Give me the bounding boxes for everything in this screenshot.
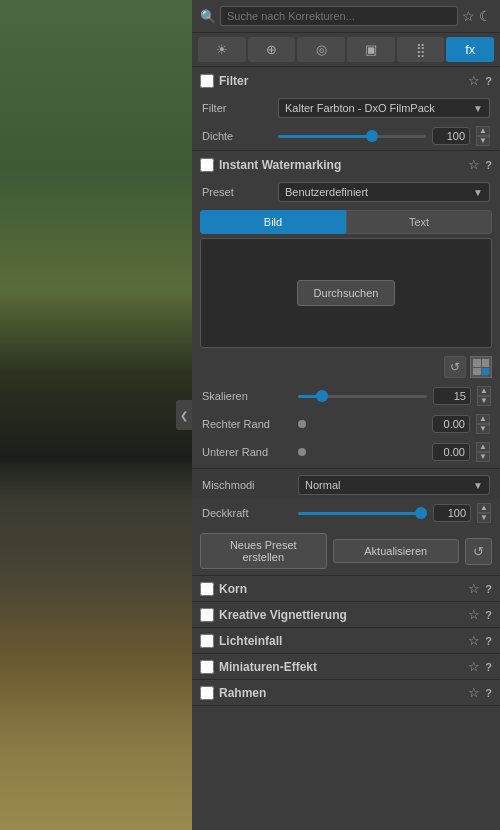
toggle-icon[interactable]: ☾: [479, 8, 492, 24]
favorite-icon[interactable]: ☆: [462, 8, 475, 24]
reset-button[interactable]: ↺: [465, 538, 492, 565]
dichte-value-input[interactable]: 100: [432, 127, 470, 145]
korn-star[interactable]: ☆: [468, 581, 480, 596]
position-grid[interactable]: [470, 356, 492, 378]
mischmodi-label: Mischmodi: [202, 479, 292, 491]
rechter-rand-spin-up[interactable]: ▲: [476, 414, 490, 424]
watermark-section-header: Instant Watermarking ☆ ?: [192, 151, 500, 178]
search-icon: 🔍: [200, 9, 216, 24]
train-image: [0, 0, 192, 830]
lichteinfall-star[interactable]: ☆: [468, 633, 480, 648]
bild-toggle-btn[interactable]: Bild: [200, 210, 346, 234]
skalieren-spinner: ▲ ▼: [477, 386, 491, 406]
miniaturen-effekt-checkbox[interactable]: [200, 660, 214, 674]
deckkraft-row: Deckkraft 100 ▲ ▼: [192, 499, 500, 527]
unterer-rand-dot: [298, 448, 306, 456]
dichte-label: Dichte: [202, 130, 272, 142]
search-input[interactable]: [220, 6, 458, 26]
reset-position-button[interactable]: ↺: [444, 356, 466, 378]
skalieren-value-input[interactable]: 15: [433, 387, 471, 405]
miniaturen-effekt-title: Miniaturen-Effekt: [219, 660, 463, 674]
tab-geometrie[interactable]: ▣: [347, 37, 395, 62]
tab-effekte[interactable]: fx: [446, 37, 494, 62]
skalieren-spin-up[interactable]: ▲: [477, 386, 491, 396]
filter-section-header: Filter ☆ ?: [192, 67, 500, 94]
deckkraft-slider-container: [298, 512, 427, 515]
skalieren-slider[interactable]: [298, 395, 427, 398]
unterer-rand-value-input[interactable]: 0.00: [432, 443, 470, 461]
tab-farbe[interactable]: ⊕: [248, 37, 296, 62]
grid-cell-tr: [482, 359, 490, 367]
watermark-enable-checkbox[interactable]: [200, 158, 214, 172]
watermark-section-title: Instant Watermarking: [219, 158, 463, 172]
kreative-vignettierung-star[interactable]: ☆: [468, 607, 480, 622]
unterer-rand-spin-down[interactable]: ▼: [476, 452, 490, 462]
deckkraft-spin-down[interactable]: ▼: [477, 513, 491, 523]
korn-help[interactable]: ?: [485, 583, 492, 595]
deckkraft-spinner: ▲ ▼: [477, 503, 491, 523]
mischmodi-dropdown-arrow: ▼: [473, 480, 483, 491]
miniaturen-effekt-star[interactable]: ☆: [468, 659, 480, 674]
deckkraft-spin-up[interactable]: ▲: [477, 503, 491, 513]
dichte-spin-up[interactable]: ▲: [476, 126, 490, 136]
lichteinfall-checkbox[interactable]: [200, 634, 214, 648]
tab-detail[interactable]: ◎: [297, 37, 345, 62]
bottom-sections: Korn ☆ ? Kreative Vignettierung ☆ ? Lich…: [192, 576, 500, 706]
filter-help-icon[interactable]: ?: [485, 75, 492, 87]
korn-title: Korn: [219, 582, 463, 596]
search-bar: 🔍 ☆ ☾: [192, 0, 500, 33]
watermark-help-icon[interactable]: ?: [485, 159, 492, 171]
rechter-rand-spin-down[interactable]: ▼: [476, 424, 490, 434]
separator-1: [192, 468, 500, 469]
filter-dropdown[interactable]: Kalter Farbton - DxO FilmPack ▼: [278, 98, 490, 118]
rahmen-title: Rahmen: [219, 686, 463, 700]
mischmodi-dropdown[interactable]: Normal ▼: [298, 475, 490, 495]
unterer-rand-spin-up[interactable]: ▲: [476, 442, 490, 452]
lichteinfall-item: Lichteinfall ☆ ?: [192, 627, 500, 653]
image-drop-area[interactable]: Durchsuchen: [200, 238, 492, 348]
mischmodi-row: Mischmodi Normal ▼: [192, 471, 500, 499]
dichte-slider-container: [278, 135, 426, 138]
rechter-rand-value-input[interactable]: 0.00: [432, 415, 470, 433]
skalieren-spin-down[interactable]: ▼: [477, 396, 491, 406]
watermark-favorite-icon[interactable]: ☆: [468, 157, 480, 172]
image-panel: ❮: [0, 0, 192, 830]
skalieren-label: Skalieren: [202, 390, 292, 402]
dichte-spin-down[interactable]: ▼: [476, 136, 490, 146]
watermark-section: Instant Watermarking ☆ ? Preset Benutzer…: [192, 151, 500, 576]
text-toggle-btn[interactable]: Text: [346, 210, 492, 234]
rahmen-checkbox[interactable]: [200, 686, 214, 700]
deckkraft-label: Deckkraft: [202, 507, 292, 519]
deckkraft-slider[interactable]: [298, 512, 427, 515]
grid-cell-bl: [473, 368, 481, 376]
rahmen-star[interactable]: ☆: [468, 685, 480, 700]
preset-dropdown[interactable]: Benutzerdefiniert ▼: [278, 182, 490, 202]
korn-checkbox[interactable]: [200, 582, 214, 596]
kreative-vignettierung-checkbox[interactable]: [200, 608, 214, 622]
aktualisieren-button[interactable]: Aktualisieren: [333, 539, 460, 563]
kreative-vignettierung-help[interactable]: ?: [485, 609, 492, 621]
korn-item: Korn ☆ ?: [192, 576, 500, 601]
neues-preset-button[interactable]: Neues Preset erstellen: [200, 533, 327, 569]
lichteinfall-help[interactable]: ?: [485, 635, 492, 647]
lichteinfall-title: Lichteinfall: [219, 634, 463, 648]
rahmen-help[interactable]: ?: [485, 687, 492, 699]
filter-favorite-icon[interactable]: ☆: [468, 73, 480, 88]
grid-cell-tl: [473, 359, 481, 367]
tab-lokal[interactable]: ⣿: [397, 37, 445, 62]
collapse-panel-button[interactable]: ❮: [176, 400, 192, 430]
preset-dropdown-arrow: ▼: [473, 187, 483, 198]
dichte-slider[interactable]: [278, 135, 426, 138]
kreative-vignettierung-title: Kreative Vignettierung: [219, 608, 463, 622]
tab-belichtung[interactable]: ☀: [198, 37, 246, 62]
miniaturen-effekt-help[interactable]: ?: [485, 661, 492, 673]
filter-enable-checkbox[interactable]: [200, 74, 214, 88]
rechter-rand-row: Rechter Rand 0.00 ▲ ▼: [192, 410, 500, 438]
dichte-row: Dichte 100 ▲ ▼: [192, 122, 500, 150]
deckkraft-value-input[interactable]: 100: [433, 504, 471, 522]
tab-bar: ☀ ⊕ ◎ ▣ ⣿ fx: [192, 33, 500, 67]
preset-label: Preset: [202, 186, 272, 198]
miniaturen-effekt-item: Miniaturen-Effekt ☆ ?: [192, 653, 500, 679]
durchsuchen-button[interactable]: Durchsuchen: [297, 280, 396, 306]
dichte-spinner: ▲ ▼: [476, 126, 490, 146]
